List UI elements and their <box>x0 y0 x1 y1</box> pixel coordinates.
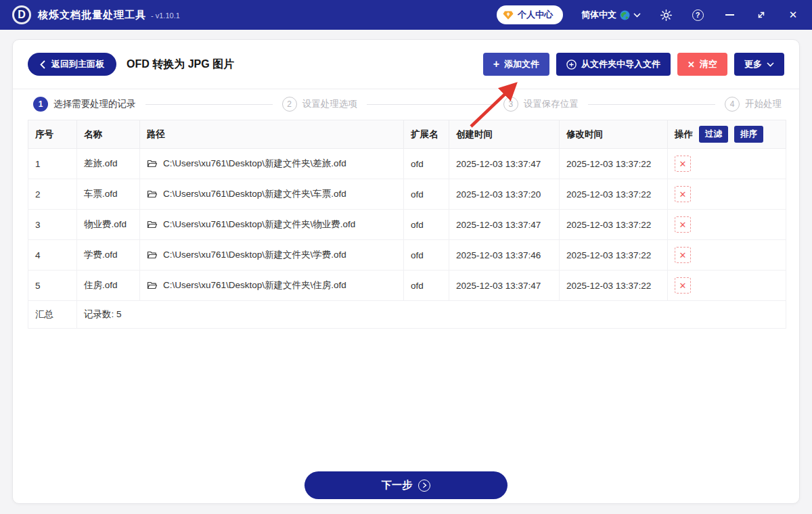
table-row: 3 物业费.ofd C:\Users\xu761\Desktop\新建文件夹\物… <box>28 210 786 240</box>
cell-ops: ✕ <box>668 149 786 179</box>
cell-ext: ofd <box>404 210 449 240</box>
circle-plus-icon <box>566 60 577 70</box>
folder-icon <box>147 159 158 168</box>
next-step-button[interactable]: 下一步 <box>304 471 508 499</box>
step-connector <box>588 104 715 105</box>
step-1: 1 选择需要处理的记录 <box>33 97 136 112</box>
cell-path: C:\Users\xu761\Desktop\新建文件夹\住房.ofd <box>140 271 404 301</box>
cell-created: 2025-12-03 13:37:46 <box>449 240 560 271</box>
step-4: 4 开始处理 <box>725 97 782 112</box>
cell-index: 2 <box>28 179 77 210</box>
add-files-button[interactable]: + 添加文件 <box>483 53 549 76</box>
header-modified: 修改时间 <box>560 120 668 149</box>
cell-path: C:\Users\xu761\Desktop\新建文件夹\车票.ofd <box>140 179 404 210</box>
table-row: 1 差旅.ofd C:\Users\xu761\Desktop\新建文件夹\差旅… <box>28 149 786 179</box>
cell-index: 4 <box>28 240 77 271</box>
user-center-button[interactable]: 个人中心 <box>497 5 563 24</box>
folder-icon <box>147 281 158 290</box>
step-connector <box>145 104 273 105</box>
chevron-down-icon <box>633 13 641 18</box>
titlebar: D 核烁文档批量处理工具 - v1.10.1 个人中心 简体中文 <box>0 0 812 30</box>
cell-modified: 2025-12-03 13:37:22 <box>560 240 668 271</box>
cell-created: 2025-12-03 13:37:47 <box>449 149 560 179</box>
delete-row-button[interactable]: ✕ <box>675 216 691 233</box>
step-indicator: 1 选择需要处理的记录 2 设置处理选项 3 设置保存位置 4 开始处理 <box>13 89 799 118</box>
cell-name: 车票.ofd <box>77 179 140 210</box>
file-table: 序号 名称 路径 扩展名 创建时间 修改时间 操作 过滤 排序 1 <box>28 120 786 329</box>
summary-value: 记录数: 5 <box>77 301 786 329</box>
folder-icon <box>147 220 158 229</box>
back-to-dashboard-button[interactable]: 返回到主面板 <box>28 53 116 76</box>
cell-ext: ofd <box>404 149 449 179</box>
step-2: 2 设置处理选项 <box>282 97 357 112</box>
header-ops: 操作 过滤 排序 <box>668 120 786 149</box>
delete-row-button[interactable]: ✕ <box>675 247 691 263</box>
settings-gear-icon[interactable] <box>659 8 673 22</box>
cell-ops: ✕ <box>668 240 786 271</box>
delete-row-button[interactable]: ✕ <box>675 186 691 202</box>
clear-button[interactable]: ✕ 清空 <box>677 53 727 76</box>
globe-icon <box>620 10 630 20</box>
x-icon: ✕ <box>687 60 695 70</box>
app-logo: D <box>12 5 31 24</box>
cell-created: 2025-12-03 13:37:47 <box>449 210 560 240</box>
plus-icon: + <box>493 58 499 70</box>
delete-row-button[interactable]: ✕ <box>675 277 691 294</box>
chevron-down-icon <box>767 62 774 67</box>
file-path: C:\Users\xu761\Desktop\新建文件夹\车票.ofd <box>163 188 346 200</box>
header-index: 序号 <box>28 120 77 149</box>
file-path: C:\Users\xu761\Desktop\新建文件夹\物业费.ofd <box>163 218 355 231</box>
main-card: 返回到主面板 OFD 转换为 JPG 图片 + 添加文件 从文件夹中导入文件 <box>12 39 800 504</box>
cell-name: 住房.ofd <box>77 271 140 301</box>
resize-button[interactable] <box>754 8 768 22</box>
close-button[interactable]: ✕ <box>786 8 800 22</box>
import-from-folder-button[interactable]: 从文件夹中导入文件 <box>556 53 671 76</box>
cell-ops: ✕ <box>668 179 786 210</box>
table-row: 5 住房.ofd C:\Users\xu761\Desktop\新建文件夹\住房… <box>28 271 786 301</box>
cell-ext: ofd <box>404 240 449 271</box>
cell-name: 差旅.ofd <box>77 149 140 179</box>
cell-ops: ✕ <box>668 210 786 240</box>
cell-ops: ✕ <box>668 271 786 301</box>
page-title: OFD 转换为 JPG 图片 <box>127 57 234 72</box>
header-created: 创建时间 <box>449 120 560 149</box>
step-3: 3 设置保存位置 <box>503 97 579 112</box>
summary-label: 汇总 <box>28 301 77 329</box>
folder-icon <box>147 189 158 199</box>
cell-index: 1 <box>28 149 77 179</box>
cell-modified: 2025-12-03 13:37:22 <box>560 149 668 179</box>
sort-button[interactable]: 排序 <box>734 126 763 143</box>
cell-path: C:\Users\xu761\Desktop\新建文件夹\差旅.ofd <box>140 149 404 179</box>
table-body: 1 差旅.ofd C:\Users\xu761\Desktop\新建文件夹\差旅… <box>28 149 786 301</box>
language-selector[interactable]: 简体中文 <box>581 9 641 21</box>
cell-ext: ofd <box>404 179 449 210</box>
cell-name: 物业费.ofd <box>77 210 140 240</box>
app-window: D 核烁文档批量处理工具 - v1.10.1 个人中心 简体中文 <box>0 0 812 514</box>
cell-created: 2025-12-03 13:37:47 <box>449 271 560 301</box>
table-row: 2 车票.ofd C:\Users\xu761\Desktop\新建文件夹\车票… <box>28 179 786 210</box>
summary-row: 汇总 记录数: 5 <box>28 301 786 329</box>
cell-path: C:\Users\xu761\Desktop\新建文件夹\物业费.ofd <box>140 210 404 240</box>
folder-icon <box>147 250 158 260</box>
cell-modified: 2025-12-03 13:37:22 <box>560 179 668 210</box>
app-version: - v1.10.1 <box>151 11 180 20</box>
cell-index: 5 <box>28 271 77 301</box>
table-row: 4 学费.ofd C:\Users\xu761\Desktop\新建文件夹\学费… <box>28 240 786 271</box>
page-toolbar: 返回到主面板 OFD 转换为 JPG 图片 + 添加文件 从文件夹中导入文件 <box>13 40 799 89</box>
cell-ext: ofd <box>404 271 449 301</box>
more-button[interactable]: 更多 <box>734 53 784 76</box>
filter-button[interactable]: 过滤 <box>699 126 728 143</box>
file-path: C:\Users\xu761\Desktop\新建文件夹\住房.ofd <box>163 279 346 291</box>
minimize-button[interactable] <box>723 8 736 22</box>
cell-created: 2025-12-03 13:37:20 <box>449 179 560 210</box>
help-icon[interactable]: ? <box>691 8 704 22</box>
chevron-left-icon <box>40 60 45 69</box>
cell-modified: 2025-12-03 13:37:22 <box>560 271 668 301</box>
file-path: C:\Users\xu761\Desktop\新建文件夹\学费.ofd <box>163 249 346 261</box>
step-connector <box>367 104 494 105</box>
cell-modified: 2025-12-03 13:37:22 <box>560 210 668 240</box>
language-label: 简体中文 <box>581 9 616 21</box>
delete-row-button[interactable]: ✕ <box>675 156 691 172</box>
cell-index: 3 <box>28 210 77 240</box>
back-button-label: 返回到主面板 <box>51 58 104 70</box>
